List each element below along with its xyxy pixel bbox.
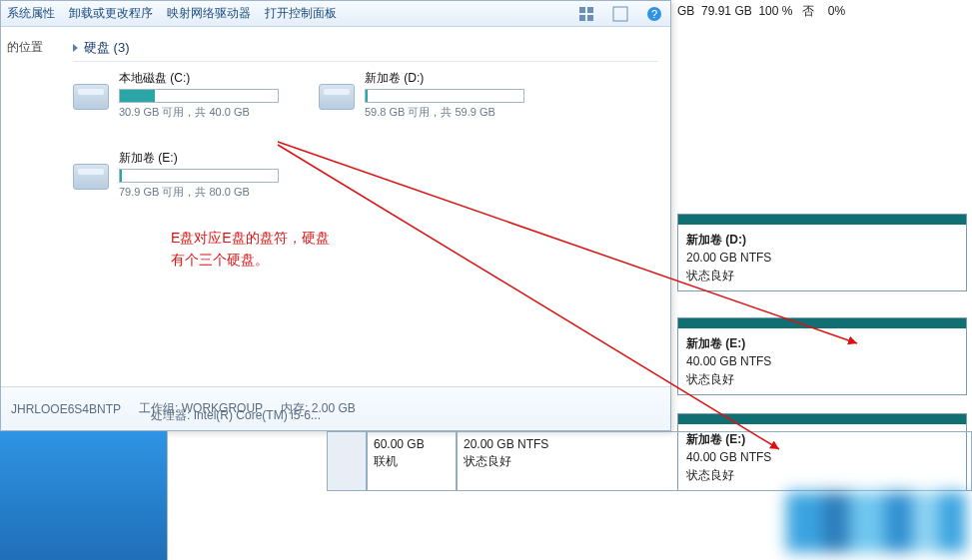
nav-pane: 的位置 — [1, 27, 61, 366]
partition-size: 40.00 GB NTFS — [686, 354, 771, 368]
partition-e1[interactable]: 新加卷 (E:) 40.00 GB NTFS 状态良好 — [677, 317, 967, 395]
svg-rect-1 — [587, 7, 593, 13]
svg-rect-2 — [579, 15, 585, 21]
cpu-info: 处理器: Intel(R) Core(TM) i5-6... — [151, 407, 321, 424]
view-icon[interactable] — [576, 4, 596, 24]
disk-info: 60.00 GB联机 — [367, 431, 457, 491]
svg-text:?: ? — [651, 8, 657, 20]
uninstall-link[interactable]: 卸载或更改程序 — [69, 5, 153, 22]
capacity-bar — [119, 89, 279, 103]
drives-section-header[interactable]: 硬盘 (3) — [73, 35, 658, 62]
svg-rect-0 — [579, 7, 585, 13]
collapse-icon — [73, 44, 78, 52]
drive-name: 新加卷 (D:) — [365, 70, 524, 87]
partition-title: 新加卷 (E:) — [686, 336, 745, 350]
toolbar: 系统属性 卸载或更改程序 映射网络驱动器 打开控制面板 ? — [1, 1, 670, 27]
disk-layout-row: 60.00 GB联机 20.00 GB NTFS状态良好 — [327, 431, 972, 491]
blurred-region — [786, 492, 966, 552]
annotation-text: E盘对应E盘的盘符，硬盘 有个三个硬盘。 — [171, 227, 330, 272]
desktop-background — [0, 431, 168, 560]
hdd-icon — [73, 84, 109, 110]
partition-state: 状态良好 — [686, 269, 734, 282]
drive-d[interactable]: 新加卷 (D:) 59.8 GB 可用，共 59.9 GB — [319, 70, 524, 120]
annotation-line: 有个三个硬盘。 — [171, 249, 330, 271]
hdd-icon — [319, 84, 355, 110]
content-pane: 硬盘 (3) 本地磁盘 (C:) 30.9 GB 可用，共 40.0 GB 新加… — [61, 27, 670, 386]
drives-section-title: 硬盘 (3) — [84, 39, 130, 57]
hostname: JHRLOOE6S4BNTP — [11, 402, 121, 416]
hdd-icon — [73, 164, 109, 190]
explorer-window: 系统属性 卸载或更改程序 映射网络驱动器 打开控制面板 ? 的位置 硬盘 (3)… — [0, 0, 671, 431]
drive-stats: 30.9 GB 可用，共 40.0 GB — [119, 105, 279, 120]
drive-name: 新加卷 (E:) — [119, 150, 279, 167]
partition-d[interactable]: 新加卷 (D:) 20.00 GB NTFS 状态良好 — [677, 214, 967, 291]
preview-icon[interactable] — [610, 4, 630, 24]
details-pane: JHRLOOE6S4BNTP 工作组: WORKGROUP 内存: 2.00 G… — [1, 386, 670, 430]
sysprops-link[interactable]: 系统属性 — [7, 5, 55, 22]
drive-stats: 79.9 GB 可用，共 80.0 GB — [119, 185, 279, 200]
capacity-bar — [365, 89, 524, 103]
disk-summary-row: GB 79.91 GB 100 % 否 0% — [677, 3, 845, 20]
drive-stats: 59.8 GB 可用，共 59.9 GB — [365, 105, 524, 120]
partition-state: 状态良好 — [686, 372, 734, 386]
nav-location[interactable]: 的位置 — [1, 35, 61, 60]
partition-size: 20.00 GB NTFS — [686, 251, 771, 265]
drive-name: 本地磁盘 (C:) — [119, 70, 279, 87]
svg-rect-3 — [587, 15, 593, 21]
drive-e[interactable]: 新加卷 (E:) 79.9 GB 可用，共 80.0 GB — [73, 150, 279, 200]
help-icon[interactable]: ? — [644, 4, 664, 24]
partition-title: 新加卷 (D:) — [686, 233, 746, 247]
controlpanel-link[interactable]: 打开控制面板 — [265, 5, 337, 22]
partition-col[interactable]: 20.00 GB NTFS状态良好 — [457, 431, 972, 491]
mapdrive-link[interactable]: 映射网络驱动器 — [167, 5, 251, 22]
svg-rect-4 — [613, 7, 627, 21]
disk-handle[interactable] — [327, 431, 367, 491]
capacity-bar — [119, 169, 279, 183]
annotation-line: E盘对应E盘的盘符，硬盘 — [171, 227, 330, 249]
drive-c[interactable]: 本地磁盘 (C:) 30.9 GB 可用，共 40.0 GB — [73, 70, 279, 120]
drives-list: 本地磁盘 (C:) 30.9 GB 可用，共 40.0 GB 新加卷 (D:) … — [73, 70, 658, 200]
